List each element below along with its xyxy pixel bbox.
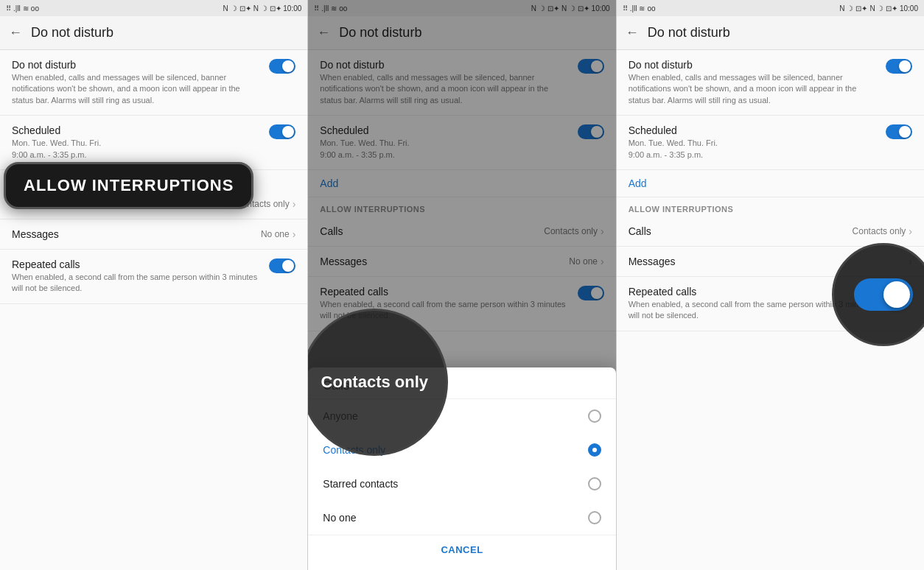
calls-dialog-overlay: Calls Anyone Contacts only Starred conta… (308, 0, 615, 570)
battery-icon-3: ⊡✦ (855, 4, 867, 13)
page-title-1: Do not disturb (31, 25, 113, 41)
repeated-calls-toggle-knob-1 (282, 260, 294, 272)
repeated-calls-left-1: Repeated calls When enabled, a second ca… (12, 258, 260, 295)
dialog-option-noone-label: No one (323, 512, 356, 524)
dialog-cancel-button[interactable]: CANCEL (308, 535, 615, 564)
status-right-3: N ☽ ⊡✦ N ☽ ⊡✦ 10:00 (839, 4, 918, 13)
repeated-calls-block-1: Repeated calls When enabled, a second ca… (0, 250, 307, 304)
dnd-block-3: Do not disturb When enabled, calls and m… (617, 50, 924, 116)
scheduled-time-1: 9:00 a.m. - 3:35 p.m. (12, 149, 260, 161)
radio-noone[interactable] (588, 511, 601, 524)
scheduled-title-1: Scheduled (12, 124, 260, 136)
calls-chevron-3: › (909, 225, 912, 237)
wifi-icon: ≋ (23, 4, 29, 13)
status-bar-1: ⠿ .|ll ≋ oo N ☽ ⊡✦ N ☽ ⊡✦ 10:00 (0, 0, 307, 16)
scheduled-block-left-1: Scheduled Mon. Tue. Wed. Thu. Fri. 9:00 … (12, 124, 260, 161)
callout-text: ALLOW INTERRUPTIONS (24, 176, 234, 194)
sim-icon: ⠿ (6, 4, 11, 13)
radio-contacts[interactable] (588, 443, 601, 457)
time-display-3: N ☽ ⊡✦ 10:00 (869, 4, 918, 13)
notification-icon: N (223, 4, 228, 13)
scheduled-days-1: Mon. Tue. Wed. Thu. Fri. (12, 138, 260, 149)
scheduled-time-3: 9:00 a.m. - 3:35 p.m. (629, 149, 877, 161)
status-left-1: ⠿ .|ll ≋ oo (6, 4, 39, 13)
dialog-option-starred[interactable]: Starred contacts (308, 467, 615, 501)
scheduled-toggle-3[interactable] (886, 124, 912, 139)
dnd-desc-1: When enabled, calls and messages will be… (12, 72, 260, 106)
calls-chevron-1: › (293, 198, 296, 210)
scheduled-toggle-knob-1 (282, 126, 294, 138)
status-left-3: ⠿ .|ll ≋ oo (623, 4, 656, 13)
moon-icon: ☽ (231, 4, 237, 13)
status-bar-3: ⠿ .|ll ≋ oo N ☽ ⊡✦ N ☽ ⊡✦ 10:00 (617, 0, 924, 16)
dnd-desc-3: When enabled, calls and messages will be… (629, 72, 877, 106)
sim-icon-3: ⠿ (623, 4, 628, 13)
repeated-calls-toggle-1[interactable] (269, 258, 295, 273)
dnd-block-left-1: Do not disturb When enabled, calls and m… (12, 59, 260, 106)
messages-value-text-1: No one (261, 229, 290, 239)
scheduled-block-3: Scheduled Mon. Tue. Wed. Thu. Fri. 9:00 … (617, 116, 924, 170)
calls-value-text-3: Contacts only (853, 226, 906, 236)
dnd-toggle-knob-1 (282, 60, 294, 72)
repeated-calls-desc-1: When enabled, a second call from the sam… (12, 272, 260, 295)
dialog-option-noone[interactable]: No one (308, 501, 615, 535)
back-icon-3[interactable]: ← (626, 25, 639, 41)
messages-label-1: Messages (12, 228, 59, 240)
messages-row-1[interactable]: Messages No one › (0, 219, 307, 250)
signal-icon: .|ll (13, 4, 21, 13)
big-toggle-3[interactable] (854, 278, 913, 311)
messages-label-3: Messages (629, 256, 676, 267)
page-title-3: Do not disturb (648, 25, 730, 41)
extra-icon: oo (31, 4, 39, 13)
messages-value-1: No one › (261, 228, 295, 240)
radio-anyone[interactable] (588, 409, 601, 423)
dnd-title-3: Do not disturb (629, 59, 877, 71)
panel-3: ⠿ .|ll ≋ oo N ☽ ⊡✦ N ☽ ⊡✦ 10:00 ← Do not… (617, 0, 924, 570)
panel-2: ⠿ .|ll ≋ oo N ☽ ⊡✦ N ☽ ⊡✦ 10:00 ← Do not… (308, 0, 616, 570)
time-display: N ☽ ⊡✦ 10:00 (253, 4, 302, 13)
back-icon[interactable]: ← (9, 25, 22, 41)
top-bar-3: ← Do not disturb (617, 16, 924, 50)
dnd-toggle-knob-3 (899, 60, 911, 72)
panel-1: ⠿ .|ll ≋ oo N ☽ ⊡✦ N ☽ ⊡✦ 10:00 ← Do not… (0, 0, 308, 570)
notification-icon-3: N (839, 4, 844, 13)
status-right-1: N ☽ ⊡✦ N ☽ ⊡✦ 10:00 (223, 4, 302, 13)
calls-value-3: Contacts only › (853, 225, 912, 237)
allow-interruptions-label-3: ALLOW INTERRUPTIONS (617, 197, 924, 217)
battery-icon: ⊡✦ (239, 4, 251, 13)
calls-label-3: Calls (629, 225, 651, 237)
dnd-block-1: Do not disturb When enabled, calls and m… (0, 50, 307, 116)
scheduled-block-left-3: Scheduled Mon. Tue. Wed. Thu. Fri. 9:00 … (629, 124, 877, 161)
extra-icon-3: oo (647, 4, 655, 13)
repeated-calls-title-1: Repeated calls (12, 258, 260, 270)
moon-icon-3: ☽ (847, 4, 853, 13)
add-button-3[interactable]: Add (617, 170, 924, 197)
signal-icon-3: .|ll (630, 4, 637, 13)
allow-interruptions-callout: ALLOW INTERRUPTIONS (4, 162, 253, 209)
radio-starred[interactable] (588, 477, 601, 490)
calls-row-3[interactable]: Calls Contacts only › (617, 217, 924, 247)
top-bar-1: ← Do not disturb (0, 16, 307, 50)
content-1: Do not disturb When enabled, calls and m… (0, 50, 307, 570)
dnd-block-left-3: Do not disturb When enabled, calls and m… (629, 59, 877, 106)
scheduled-toggle-knob-3 (899, 126, 911, 138)
big-toggle-knob-3 (883, 281, 910, 308)
wifi-icon-3: ≋ (639, 4, 645, 13)
dialog-option-starred-label: Starred contacts (323, 478, 398, 490)
scheduled-title-3: Scheduled (629, 124, 877, 136)
contacts-only-callout-text: Contacts only (321, 373, 428, 392)
dnd-toggle-3[interactable] (886, 59, 912, 74)
messages-chevron-1: › (293, 228, 296, 240)
scheduled-days-3: Mon. Tue. Wed. Thu. Fri. (629, 138, 877, 149)
dnd-toggle-1[interactable] (269, 59, 295, 74)
dnd-title-1: Do not disturb (12, 59, 260, 71)
scheduled-toggle-1[interactable] (269, 124, 295, 139)
